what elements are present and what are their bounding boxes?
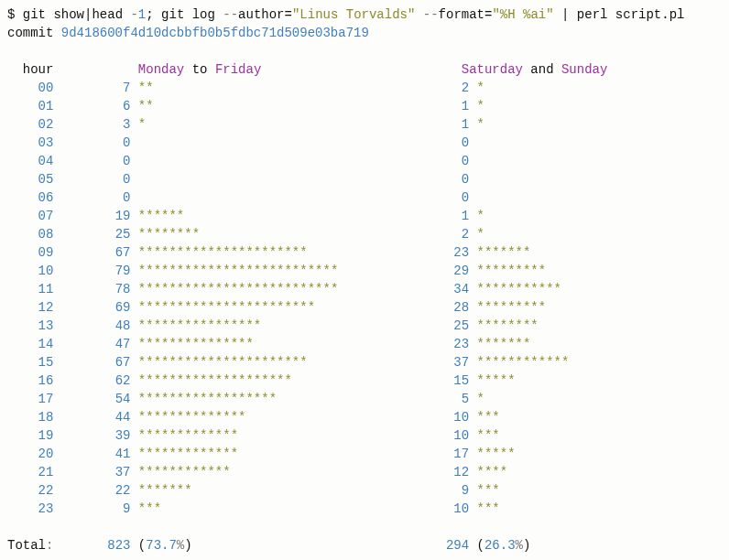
cell-weekday-count: 54 <box>53 392 130 406</box>
cell-weekend-count: 2 <box>446 227 469 242</box>
cell-gap2 <box>338 282 446 296</box>
totals-weekday: 823 <box>53 538 130 553</box>
cell-weekday-count: 78 <box>53 282 130 296</box>
cmd-git-log: git log <box>161 7 223 22</box>
cell-weekday-count: 0 <box>53 135 130 150</box>
cell-gap3 <box>469 245 476 260</box>
cell-weekday-bar: ****************** <box>138 392 277 406</box>
commit-label: commit <box>7 26 61 40</box>
cell-gap1 <box>130 392 137 406</box>
cell-gap2 <box>254 337 446 351</box>
cell-weekday-bar: ************************** <box>138 282 338 296</box>
table-row: 01 6 ** 1 * <box>7 97 722 115</box>
cell-gap3 <box>469 410 476 425</box>
cell-gap2 <box>154 81 446 95</box>
cell-gap1 <box>130 154 137 168</box>
cell-gap3 <box>469 81 476 95</box>
cell-weekend-bar: ********* <box>477 300 547 315</box>
hdr-gap1 <box>53 62 137 77</box>
cell-weekend-bar: *** <box>477 428 500 443</box>
cell-gap3 <box>469 117 476 132</box>
totals-we-paren-close: ) <box>523 538 530 553</box>
cell-gap1 <box>130 245 137 260</box>
totals-label: Total <box>7 538 46 553</box>
table-row: 23 9 *** 10 *** <box>7 500 722 518</box>
cell-weekend-count: 28 <box>446 300 469 315</box>
cell-gap1 <box>130 264 137 278</box>
cell-gap1 <box>130 117 137 132</box>
format-dashes: -- <box>423 7 439 22</box>
cell-gap3 <box>469 227 476 242</box>
cmd-head: head <box>92 7 130 22</box>
cell-hour: 07 <box>7 209 53 223</box>
cell-gap3 <box>469 355 476 370</box>
cell-weekend-bar: ***** <box>477 447 516 461</box>
cell-weekend-count: 23 <box>446 245 469 260</box>
hdr-saturday: Saturday <box>462 62 523 77</box>
cell-gap2 <box>138 172 446 187</box>
cell-gap1 <box>130 318 137 333</box>
hdr-and: and <box>523 62 561 77</box>
cell-gap1 <box>130 447 137 461</box>
cell-gap3 <box>469 465 476 479</box>
cell-gap3 <box>469 373 476 388</box>
cell-weekday-bar: ************* <box>138 447 238 461</box>
cell-weekend-bar: **** <box>477 465 508 479</box>
cell-hour: 05 <box>7 172 53 187</box>
cell-weekend-bar: *** <box>477 501 500 516</box>
blank-line-2 <box>7 518 722 536</box>
cell-weekday-count: 3 <box>53 117 130 132</box>
cell-weekend-count: 37 <box>446 355 469 370</box>
cell-weekend-count: 10 <box>446 501 469 516</box>
cell-gap1 <box>130 81 137 95</box>
sp2 <box>554 7 561 22</box>
cell-weekday-count: 67 <box>53 245 130 260</box>
cell-hour: 10 <box>7 264 53 278</box>
cell-weekend-bar: * <box>477 81 484 95</box>
cell-weekday-count: 41 <box>53 447 130 461</box>
hdr-hour: hour <box>23 62 54 77</box>
table-row: 19 39 ************* 10 *** <box>7 426 722 445</box>
totals-weekend: 294 <box>446 538 469 553</box>
table-row: 00 7 ** 2 * <box>7 79 722 97</box>
cell-weekend-count: 1 <box>446 99 469 113</box>
cell-gap3 <box>469 337 476 351</box>
author-dashes: -- <box>223 7 238 22</box>
cell-weekday-count: 62 <box>53 373 130 388</box>
cell-weekend-count: 0 <box>446 190 469 205</box>
cell-hour: 22 <box>7 483 53 498</box>
cell-weekday-bar: ******* <box>138 483 192 498</box>
cell-hour: 01 <box>7 99 53 113</box>
author-opt: author <box>238 7 284 22</box>
cell-weekday-count: 44 <box>53 410 130 425</box>
cell-gap3 <box>469 300 476 315</box>
cell-weekend-count: 34 <box>446 282 469 296</box>
cell-gap3 <box>469 428 476 443</box>
cell-weekday-count: 47 <box>53 337 130 351</box>
cell-hour: 02 <box>7 117 53 132</box>
cell-gap2 <box>138 154 446 168</box>
cell-weekday-bar: ************** <box>138 410 246 425</box>
totals-line: Total: 823 (73.7%) 294 (26.3%) <box>7 536 722 555</box>
cell-gap3 <box>469 264 476 278</box>
cell-weekend-count: 10 <box>446 428 469 443</box>
cell-gap3 <box>469 135 476 150</box>
cell-gap2 <box>146 117 446 132</box>
hdr-to: to <box>184 62 215 77</box>
cell-gap2 <box>184 209 446 223</box>
cell-gap2 <box>292 373 446 388</box>
cell-gap1 <box>130 300 137 315</box>
cell-weekend-bar: *** <box>477 410 500 425</box>
table-row: 20 41 ************* 17 ***** <box>7 445 722 463</box>
hdr-gap2 <box>261 62 461 77</box>
cell-weekday-bar: *** <box>138 501 161 516</box>
cell-weekend-bar: * <box>477 227 484 242</box>
blank-line-1 <box>7 42 722 60</box>
cell-weekend-bar: * <box>477 99 484 113</box>
cell-hour: 00 <box>7 81 53 95</box>
cell-weekend-count: 1 <box>446 209 469 223</box>
cell-gap2 <box>238 428 446 443</box>
head-n: 1 <box>138 7 146 22</box>
cell-weekday-count: 22 <box>53 483 130 498</box>
cell-hour: 13 <box>7 318 53 333</box>
